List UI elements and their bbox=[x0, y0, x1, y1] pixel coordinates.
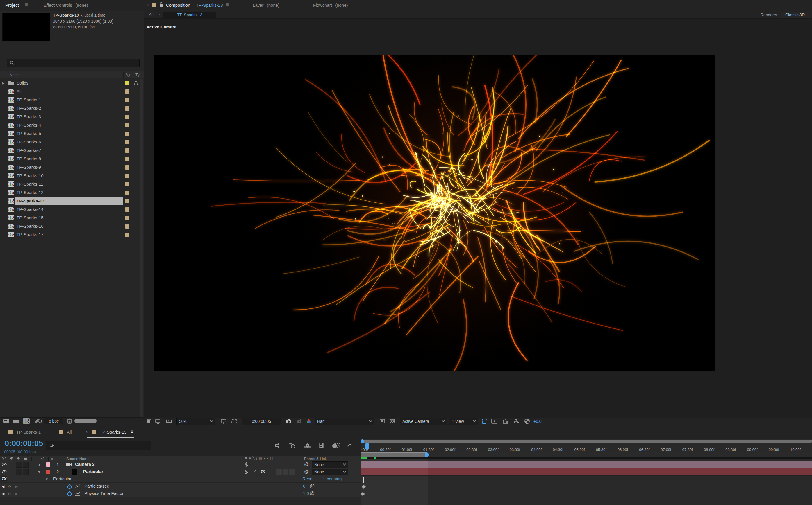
tab-effect-controls[interactable]: Effect Controls (none) bbox=[43, 3, 88, 8]
fast-previews-icon[interactable] bbox=[491, 418, 498, 424]
label-chip[interactable] bbox=[125, 98, 129, 102]
timeline-button-icon[interactable] bbox=[503, 419, 509, 424]
comp-flowchart-icon[interactable] bbox=[513, 419, 519, 424]
unlock-icon[interactable] bbox=[159, 2, 163, 7]
project-item-TP-Sparks-17[interactable]: TP-Sparks-17 bbox=[0, 230, 140, 239]
column-name[interactable]: Name bbox=[10, 72, 20, 77]
display-icon[interactable] bbox=[155, 419, 161, 424]
view-camera-dropdown[interactable]: Active Camera bbox=[400, 417, 447, 425]
stopwatch-icon[interactable] bbox=[67, 484, 72, 489]
show-snapshot-icon[interactable] bbox=[296, 419, 302, 424]
playhead-line[interactable] bbox=[367, 444, 367, 505]
label-chip[interactable] bbox=[125, 224, 129, 228]
stopwatch-icon[interactable] bbox=[67, 491, 72, 497]
layer-label-chip[interactable] bbox=[46, 470, 50, 474]
effect-group-row[interactable]: fx ▾ Particular Reset Licensing... bbox=[0, 476, 360, 483]
collapse-switch-icon[interactable] bbox=[244, 469, 248, 474]
label-chip[interactable] bbox=[125, 115, 129, 119]
label-chip[interactable] bbox=[125, 132, 129, 136]
switch-cell[interactable] bbox=[276, 469, 282, 475]
composition-mini-flowchart-icon[interactable] bbox=[274, 443, 282, 449]
project-item-TP-Sparks-4[interactable]: TP-Sparks-4 bbox=[0, 121, 140, 130]
property-value[interactable]: 1,0 bbox=[303, 491, 309, 496]
property-graph-icon[interactable] bbox=[75, 491, 80, 496]
layer-bar-particular[interactable] bbox=[428, 468, 812, 475]
eye-icon[interactable] bbox=[2, 470, 7, 474]
footer-scrollbar-thumb[interactable] bbox=[75, 419, 97, 423]
always-preview-icon[interactable] bbox=[146, 419, 152, 424]
toolbar-timecode[interactable]: 0:00:00:05 bbox=[242, 417, 281, 425]
breadcrumb-back-icon[interactable]: ‹ bbox=[159, 12, 160, 17]
effect-group-name[interactable]: Particular bbox=[53, 476, 72, 481]
timeline-search-input[interactable] bbox=[46, 441, 151, 451]
switch-cell[interactable] bbox=[282, 469, 288, 475]
vr-view-icon[interactable] bbox=[165, 419, 172, 424]
region-of-interest-icon[interactable] bbox=[231, 419, 237, 424]
time-ruler[interactable]: 0:00f00:30f01:00f01:30f02:00f02:30f03:00… bbox=[360, 443, 812, 452]
parent-dropdown[interactable]: None bbox=[312, 469, 348, 475]
property-name[interactable]: Physics Time Factor bbox=[84, 491, 124, 496]
reset-link[interactable]: Reset bbox=[302, 476, 314, 481]
timeline-tab-1[interactable]: TP-Sparks-1 bbox=[8, 425, 41, 439]
new-folder-icon[interactable] bbox=[13, 418, 19, 424]
add-keyframe-icon[interactable]: ◇ bbox=[8, 492, 11, 496]
project-scrollbar[interactable] bbox=[140, 79, 143, 425]
current-time-display[interactable]: 0:00:00:05 bbox=[5, 439, 43, 448]
work-area-bar[interactable] bbox=[360, 453, 425, 457]
interpret-footage-icon[interactable] bbox=[2, 418, 10, 424]
collapse-icon[interactable]: ▾ bbox=[46, 477, 48, 482]
layer-name[interactable]: Particular bbox=[83, 469, 103, 474]
layer-label-chip[interactable] bbox=[46, 462, 50, 467]
project-item-TP-Sparks-14[interactable]: TP-Sparks-14 bbox=[0, 205, 140, 214]
licensing-link[interactable]: Licensing... bbox=[323, 476, 345, 481]
flowchart-mini-icon[interactable] bbox=[133, 81, 139, 86]
project-item-TP-Sparks-13[interactable]: TP-Sparks-13 bbox=[0, 197, 140, 205]
solo-cell[interactable] bbox=[16, 462, 22, 468]
project-item-TP-Sparks-5[interactable]: TP-Sparks-5 bbox=[0, 130, 140, 138]
layer-bar-camera[interactable] bbox=[360, 461, 428, 468]
tab-composition-name[interactable]: TP-Sparks-13 bbox=[196, 3, 223, 8]
prev-keyframe-icon[interactable]: ◀ bbox=[2, 492, 4, 496]
breadcrumb-current[interactable]: TP-Sparks-13 bbox=[163, 12, 216, 18]
channels-icon[interactable] bbox=[306, 419, 313, 424]
composition-label-chip[interactable] bbox=[152, 3, 156, 7]
collapse-icon[interactable]: ▾ bbox=[38, 469, 40, 475]
effects-switch-icon[interactable]: fx bbox=[261, 469, 265, 474]
expand-icon[interactable]: ▸ bbox=[2, 80, 5, 86]
project-item-TP-Sparks-6[interactable]: TP-Sparks-6 bbox=[0, 138, 140, 146]
reset-exposure-icon[interactable] bbox=[524, 418, 530, 424]
mask-visibility-icon[interactable] bbox=[379, 419, 385, 424]
renderer-button[interactable]: Classic 3D bbox=[781, 12, 809, 18]
view-layout-dropdown[interactable]: 1 View bbox=[449, 417, 478, 425]
layer-bar-camera[interactable] bbox=[428, 461, 812, 468]
quality-switch-icon[interactable]: ∕ bbox=[255, 469, 255, 474]
pixel-aspect-correction-icon[interactable] bbox=[481, 418, 487, 424]
parent-dropdown[interactable]: None bbox=[312, 462, 348, 468]
solo-cell[interactable] bbox=[16, 469, 22, 475]
label-chip[interactable] bbox=[125, 232, 129, 237]
column-number[interactable]: # bbox=[51, 457, 53, 461]
transparency-grid-icon[interactable] bbox=[389, 419, 395, 424]
layer-name[interactable]: Camera 2 bbox=[75, 462, 95, 467]
prev-keyframe-icon[interactable]: ◀ bbox=[2, 484, 4, 488]
graph-editor-icon[interactable] bbox=[345, 442, 354, 449]
project-search-input[interactable] bbox=[7, 59, 139, 67]
column-source-name[interactable]: Source Name bbox=[66, 457, 89, 461]
property-row-particles-sec[interactable]: ◀ ◇ ▶ Particles/sec 0 @ bbox=[0, 483, 360, 490]
composition-panel-menu-icon[interactable]: ≡ bbox=[226, 2, 229, 8]
composition-viewport-image[interactable] bbox=[153, 55, 715, 371]
project-item-TP-Sparks-12[interactable]: TP-Sparks-12 bbox=[0, 188, 140, 197]
add-keyframe-icon[interactable]: ◇ bbox=[8, 484, 11, 488]
resolution-dropdown[interactable]: Half bbox=[315, 417, 374, 425]
label-chip[interactable] bbox=[125, 106, 129, 111]
label-chip[interactable] bbox=[125, 207, 129, 212]
project-item-All[interactable]: All bbox=[0, 88, 140, 96]
label-chip[interactable] bbox=[125, 157, 129, 161]
tab-composition-label[interactable]: Composition bbox=[166, 3, 190, 8]
project-item-TP-Sparks-2[interactable]: TP-Sparks-2 bbox=[0, 104, 140, 113]
property-pickwhip-icon[interactable]: @ bbox=[310, 491, 315, 496]
close-tab-icon[interactable]: × bbox=[146, 2, 149, 7]
project-item-TP-Sparks-16[interactable]: TP-Sparks-16 bbox=[0, 222, 140, 230]
label-chip[interactable] bbox=[125, 90, 129, 94]
tab-flowchart[interactable]: Flowchart (none) bbox=[313, 3, 348, 8]
